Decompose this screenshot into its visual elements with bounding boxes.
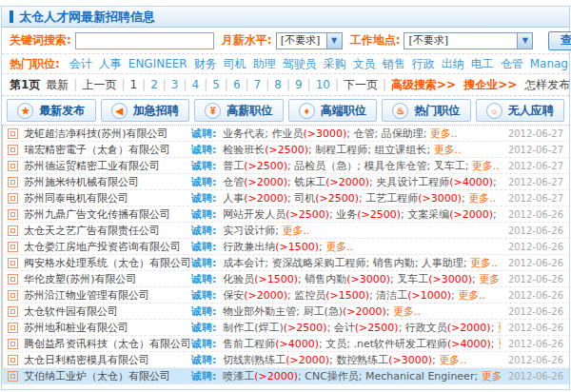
job-title-link[interactable]: 人事 [223, 192, 244, 205]
quick-button-money[interactable]: ¥高薪职位 [194, 99, 284, 122]
more-jobs-link[interactable]: 更多.. [472, 160, 500, 172]
more-jobs-link[interactable]: 更多.. [430, 127, 458, 140]
location-select[interactable]: [不要求] ▼ [404, 32, 533, 49]
salary-select[interactable]: [不要求] ▼ [276, 32, 343, 49]
job-title-link[interactable]: 物业部外勤主管 [223, 305, 296, 318]
table-row[interactable]: 太仓软件园有限公司诚聘: 物业部外勤主管; 厨工(急)(>2000); 更多..… [2, 304, 569, 320]
table-row[interactable]: 艾伯纳工业炉（太仓）有限公司诚聘: 喷漆工(>2000); CNC操作员; Me… [2, 368, 569, 384]
page-number-link[interactable]: 10 [316, 78, 330, 91]
job-title-link[interactable]: 仓管 [223, 176, 244, 188]
table-row[interactable]: 太仓日利精密模具有限公司诚聘: 切线割熟练工(>2000); 数控熟练工(>30… [2, 352, 569, 368]
job-title-link[interactable]: 叉车工 [397, 273, 428, 285]
hot-position-link[interactable]: 人事 [99, 57, 122, 70]
page-number-link[interactable]: 7 [254, 78, 262, 91]
job-title-link[interactable]: 检验班长 [223, 144, 265, 156]
company-name[interactable]: 苏州同泰电机有限公司 [24, 191, 191, 206]
page-number-link[interactable]: 6 [233, 78, 241, 91]
page-number-link[interactable]: 3 [171, 78, 179, 91]
table-row[interactable]: 太仓天之艺广告有限责任公司诚聘: 实习设计师; 更多..2012-06-26 [2, 223, 569, 239]
job-title-link[interactable]: 品保助理 [382, 127, 423, 140]
hot-position-link[interactable]: 出纳 [442, 57, 464, 70]
more-jobs-link[interactable]: 更多.. [393, 305, 421, 318]
job-title-link[interactable]: .net软件研发工程师 [353, 338, 447, 350]
job-title-link[interactable]: 业务 [336, 208, 357, 221]
hot-position-link[interactable]: 文员 [353, 57, 376, 70]
more-jobs-link[interactable]: 更多.. [482, 370, 501, 382]
page-number-link[interactable]: 5 [212, 78, 220, 91]
keyword-input[interactable] [75, 32, 214, 49]
job-title-link[interactable]: 业务代表 [223, 127, 265, 140]
hot-position-link[interactable]: 采购 [324, 57, 346, 70]
company-name[interactable]: 华伦皮塑(苏州)有限公司 [24, 272, 191, 286]
page-number-link[interactable]: 8 [274, 78, 282, 91]
table-row[interactable]: 龙钜超洁净科技(苏州)有限公司诚聘: 业务代表; 作业员(>3000); 仓管;… [2, 126, 569, 142]
company-name[interactable]: 龙钜超洁净科技(苏州)有限公司 [24, 127, 191, 141]
table-row[interactable]: 苏州施米特机械有限公司诚聘: 仓管(>2000); 铣床工(>2000); 夹具… [2, 174, 569, 190]
dropdown-arrow-icon[interactable]: ▼ [326, 33, 342, 49]
job-title-link[interactable]: 普工 [223, 160, 244, 172]
hot-position-link[interactable]: 财务 [194, 57, 217, 70]
table-row[interactable]: 瑞宏精密電子（太倉）有限公司诚聘: 检验班长(>2500); 制程工程师; 组立… [2, 142, 569, 158]
job-title-link[interactable]: 数控熟练工 [336, 354, 388, 366]
job-title-link[interactable]: 会计 [334, 322, 355, 334]
more-jobs-link[interactable]: 更多.. [470, 257, 498, 269]
quick-button-hot[interactable]: ♨热门职位 [382, 99, 471, 122]
job-title-link[interactable]: 制作工(焊工) [223, 322, 284, 334]
table-row[interactable]: 苏州同泰电机有限公司诚聘: 人事(>2000); 司机(>2500); 工艺工程… [2, 190, 569, 206]
job-title-link[interactable]: 人事助理 [422, 257, 463, 269]
table-row[interactable]: 阀安格水处理系统（太仓）有限公司诚聘: 成本会计; 资深战略采购工程师; 销售内… [2, 255, 569, 271]
company-name[interactable]: 太仓日利精密模具有限公司 [24, 353, 191, 367]
more-jobs-link[interactable]: 更多.. [458, 289, 485, 302]
table-row[interactable]: 华伦皮塑(苏州)有限公司诚聘: 化验员(>1500); 销售内勤(>3000);… [2, 271, 569, 287]
next-page-link[interactable]: 下一页 [344, 77, 378, 93]
hot-position-link[interactable]: 会计 [69, 57, 92, 70]
company-name[interactable]: 阀安格水处理系统（太仓）有限公司 [24, 256, 191, 270]
table-row[interactable]: 太仓娄江房地产投资咨询有限公司诚聘: 行政兼出纳(>1500); 更多..201… [2, 239, 569, 255]
hot-position-link[interactable]: 仓管 [501, 57, 523, 70]
job-title-link[interactable]: 化验员 [223, 273, 254, 285]
job-title-link[interactable]: 销售内勤 [305, 273, 346, 285]
job-title-link[interactable]: 文员 [325, 338, 346, 350]
job-title-link[interactable]: CNC操作员 [305, 370, 359, 382]
dropdown-arrow-icon[interactable]: ▼ [517, 33, 532, 49]
job-title-link[interactable]: 监控员 [294, 289, 325, 302]
hot-position-link[interactable]: 助理 [253, 57, 276, 70]
job-title-link[interactable]: 仓管 [353, 127, 374, 140]
company-name[interactable]: 太仓软件园有限公司 [24, 304, 191, 319]
job-title-link[interactable]: 厨工(急) [303, 305, 343, 318]
table-row[interactable]: 苏州地和桩业有限公司诚聘: 制作工(焊工)(>2500); 会计(>2500);… [2, 320, 569, 336]
job-title-link[interactable]: 文案采编 [407, 208, 449, 221]
job-title-link[interactable]: 行政文员 [405, 322, 447, 334]
company-name[interactable]: 腾创益昂资讯科技（太仓）有限公司 [24, 337, 191, 351]
job-title-link[interactable]: 喷漆工 [223, 370, 254, 382]
job-title-link[interactable]: 售前工程师 [223, 338, 275, 350]
company-name[interactable]: 太仓天之艺广告有限责任公司 [24, 224, 191, 238]
company-name[interactable]: 瑞宏精密電子（太倉）有限公司 [24, 143, 191, 157]
page-number-link[interactable]: 4 [192, 78, 200, 91]
hot-position-link[interactable]: 驾驶员 [283, 57, 317, 70]
company-name[interactable]: 苏州德运贸精密工业有限公司 [24, 159, 191, 173]
hot-position-link[interactable]: 销售 [383, 57, 405, 70]
page-number-link[interactable]: 9 [295, 78, 303, 91]
job-title-link[interactable]: 清洁工 [376, 289, 407, 302]
job-title-link[interactable]: 铣床工 [294, 176, 325, 188]
more-jobs-link[interactable]: 更多.. [434, 144, 462, 156]
company-name[interactable]: 苏州九鼎广告文化传播有限公司 [24, 207, 191, 222]
advanced-search-link[interactable]: 高级搜索>> [391, 77, 456, 93]
company-name[interactable]: 苏州沿江物业管理有限公司 [24, 288, 191, 303]
job-title-link[interactable]: 资深战略采购工程师 [271, 257, 365, 269]
more-jobs-link[interactable]: 更多.. [282, 225, 309, 237]
page-number-link[interactable]: 2 [150, 78, 158, 91]
latest-link[interactable]: 最新 [46, 77, 69, 93]
job-title-link[interactable]: 保安 [223, 289, 244, 302]
quick-button-megaphone[interactable]: ◀加急招聘 [101, 99, 190, 122]
job-title-link[interactable]: 实习设计师 [223, 225, 275, 237]
quick-button-new-post[interactable]: ★最新发布 [7, 99, 96, 122]
job-title-link[interactable]: 成本会计 [223, 257, 265, 269]
job-title-link[interactable]: Mechanical Engineer [365, 370, 474, 382]
more-jobs-link[interactable]: 更多.. [325, 241, 353, 253]
job-title-link[interactable]: 品检员（急） [294, 160, 357, 172]
hot-position-link[interactable]: Manager [530, 57, 569, 70]
hot-position-link[interactable]: 电工 [471, 57, 494, 70]
more-jobs-link[interactable]: 更多.. [479, 273, 501, 285]
